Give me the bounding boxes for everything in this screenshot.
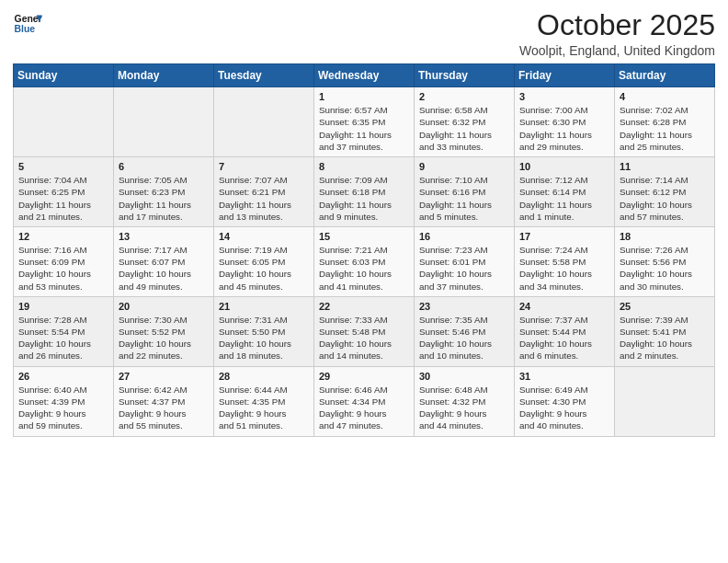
cell-content: Sunrise: 7:05 AM Sunset: 6:23 PM Dayligh… <box>119 174 209 223</box>
calendar-cell: 25Sunrise: 7:39 AM Sunset: 5:41 PM Dayli… <box>615 296 715 366</box>
calendar-header-row: SundayMondayTuesdayWednesdayThursdayFrid… <box>14 64 715 87</box>
calendar-cell: 4Sunrise: 7:02 AM Sunset: 6:28 PM Daylig… <box>615 87 715 157</box>
day-number: 8 <box>319 161 409 172</box>
day-number: 17 <box>519 231 609 242</box>
calendar-cell: 21Sunrise: 7:31 AM Sunset: 5:50 PM Dayli… <box>214 296 314 366</box>
calendar-cell: 3Sunrise: 7:00 AM Sunset: 6:30 PM Daylig… <box>515 87 615 157</box>
calendar-cell: 1Sunrise: 6:57 AM Sunset: 6:35 PM Daylig… <box>314 87 415 157</box>
weekday-header-tuesday: Tuesday <box>214 64 314 87</box>
weekday-header-friday: Friday <box>515 64 615 87</box>
day-number: 29 <box>319 371 409 382</box>
day-number: 16 <box>419 231 509 242</box>
calendar-cell: 17Sunrise: 7:24 AM Sunset: 5:58 PM Dayli… <box>515 226 615 296</box>
day-number: 30 <box>419 371 509 382</box>
cell-content: Sunrise: 7:24 AM Sunset: 5:58 PM Dayligh… <box>519 244 609 293</box>
cell-content: Sunrise: 6:48 AM Sunset: 4:32 PM Dayligh… <box>419 384 509 432</box>
cell-content: Sunrise: 7:10 AM Sunset: 6:16 PM Dayligh… <box>419 174 509 223</box>
day-number: 18 <box>620 231 710 242</box>
day-number: 28 <box>219 371 309 382</box>
cell-content: Sunrise: 7:16 AM Sunset: 6:09 PM Dayligh… <box>18 244 108 293</box>
calendar-cell: 12Sunrise: 7:16 AM Sunset: 6:09 PM Dayli… <box>14 226 114 296</box>
day-number: 9 <box>419 161 509 172</box>
day-number: 1 <box>319 91 409 102</box>
cell-content: Sunrise: 7:30 AM Sunset: 5:52 PM Dayligh… <box>119 314 209 362</box>
day-number: 12 <box>18 231 108 242</box>
calendar-cell: 6Sunrise: 7:05 AM Sunset: 6:23 PM Daylig… <box>114 157 214 227</box>
location: Woolpit, England, United Kingdom <box>519 43 715 58</box>
cell-content: Sunrise: 7:35 AM Sunset: 5:46 PM Dayligh… <box>419 314 509 362</box>
calendar-cell: 7Sunrise: 7:07 AM Sunset: 6:21 PM Daylig… <box>214 157 314 227</box>
day-number: 6 <box>119 161 209 172</box>
cell-content: Sunrise: 7:28 AM Sunset: 5:54 PM Dayligh… <box>18 314 108 362</box>
svg-text:Blue: Blue <box>15 24 36 34</box>
cell-content: Sunrise: 7:14 AM Sunset: 6:12 PM Dayligh… <box>620 174 710 223</box>
month-title: October 2025 <box>519 9 715 41</box>
calendar-table: SundayMondayTuesdayWednesdayThursdayFrid… <box>13 63 715 436</box>
cell-content: Sunrise: 6:49 AM Sunset: 4:30 PM Dayligh… <box>519 384 609 432</box>
calendar-cell: 31Sunrise: 6:49 AM Sunset: 4:30 PM Dayli… <box>515 366 615 436</box>
calendar-cell: 10Sunrise: 7:12 AM Sunset: 6:14 PM Dayli… <box>515 157 615 227</box>
logo-icon: General Blue <box>13 9 42 39</box>
calendar-cell: 24Sunrise: 7:37 AM Sunset: 5:44 PM Dayli… <box>515 296 615 366</box>
cell-content: Sunrise: 6:44 AM Sunset: 4:35 PM Dayligh… <box>219 384 309 432</box>
calendar-cell: 16Sunrise: 7:23 AM Sunset: 6:01 PM Dayli… <box>415 226 515 296</box>
calendar-cell <box>214 87 314 157</box>
calendar-week-2: 5Sunrise: 7:04 AM Sunset: 6:25 PM Daylig… <box>14 157 715 227</box>
day-number: 14 <box>219 231 309 242</box>
calendar-cell: 23Sunrise: 7:35 AM Sunset: 5:46 PM Dayli… <box>415 296 515 366</box>
calendar-cell <box>114 87 214 157</box>
calendar-cell: 20Sunrise: 7:30 AM Sunset: 5:52 PM Dayli… <box>114 296 214 366</box>
day-number: 7 <box>219 161 309 172</box>
weekday-header-monday: Monday <box>114 64 214 87</box>
day-number: 3 <box>519 91 609 102</box>
logo: General Blue <box>13 9 45 39</box>
cell-content: Sunrise: 7:31 AM Sunset: 5:50 PM Dayligh… <box>219 314 309 362</box>
calendar-cell: 27Sunrise: 6:42 AM Sunset: 4:37 PM Dayli… <box>114 366 214 436</box>
cell-content: Sunrise: 7:19 AM Sunset: 6:05 PM Dayligh… <box>219 244 309 293</box>
weekday-header-thursday: Thursday <box>415 64 515 87</box>
day-number: 25 <box>620 301 710 312</box>
cell-content: Sunrise: 6:46 AM Sunset: 4:34 PM Dayligh… <box>319 384 409 432</box>
weekday-header-saturday: Saturday <box>615 64 715 87</box>
weekday-header-wednesday: Wednesday <box>314 64 415 87</box>
day-number: 11 <box>620 161 710 172</box>
day-number: 2 <box>419 91 509 102</box>
calendar-cell: 14Sunrise: 7:19 AM Sunset: 6:05 PM Dayli… <box>214 226 314 296</box>
calendar-cell: 5Sunrise: 7:04 AM Sunset: 6:25 PM Daylig… <box>14 157 114 227</box>
cell-content: Sunrise: 7:23 AM Sunset: 6:01 PM Dayligh… <box>419 244 509 293</box>
cell-content: Sunrise: 7:07 AM Sunset: 6:21 PM Dayligh… <box>219 174 309 223</box>
calendar-cell: 15Sunrise: 7:21 AM Sunset: 6:03 PM Dayli… <box>314 226 415 296</box>
calendar-cell: 19Sunrise: 7:28 AM Sunset: 5:54 PM Dayli… <box>14 296 114 366</box>
calendar-cell: 2Sunrise: 6:58 AM Sunset: 6:32 PM Daylig… <box>415 87 515 157</box>
page: General Blue October 2025 Woolpit, Engla… <box>0 0 728 563</box>
cell-content: Sunrise: 7:21 AM Sunset: 6:03 PM Dayligh… <box>319 244 409 293</box>
calendar-cell: 11Sunrise: 7:14 AM Sunset: 6:12 PM Dayli… <box>615 157 715 227</box>
day-number: 22 <box>319 301 409 312</box>
calendar-cell: 13Sunrise: 7:17 AM Sunset: 6:07 PM Dayli… <box>114 226 214 296</box>
day-number: 19 <box>18 301 108 312</box>
day-number: 24 <box>519 301 609 312</box>
day-number: 31 <box>519 371 609 382</box>
calendar-cell: 26Sunrise: 6:40 AM Sunset: 4:39 PM Dayli… <box>14 366 114 436</box>
cell-content: Sunrise: 7:26 AM Sunset: 5:56 PM Dayligh… <box>620 244 710 293</box>
calendar-week-5: 26Sunrise: 6:40 AM Sunset: 4:39 PM Dayli… <box>14 366 715 436</box>
title-block: October 2025 Woolpit, England, United Ki… <box>519 9 715 58</box>
calendar-cell: 29Sunrise: 6:46 AM Sunset: 4:34 PM Dayli… <box>314 366 415 436</box>
weekday-header-sunday: Sunday <box>14 64 114 87</box>
day-number: 15 <box>319 231 409 242</box>
calendar-cell: 18Sunrise: 7:26 AM Sunset: 5:56 PM Dayli… <box>615 226 715 296</box>
cell-content: Sunrise: 7:09 AM Sunset: 6:18 PM Dayligh… <box>319 174 409 223</box>
calendar-week-4: 19Sunrise: 7:28 AM Sunset: 5:54 PM Dayli… <box>14 296 715 366</box>
calendar-cell <box>615 366 715 436</box>
day-number: 26 <box>18 371 108 382</box>
day-number: 23 <box>419 301 509 312</box>
cell-content: Sunrise: 7:12 AM Sunset: 6:14 PM Dayligh… <box>519 174 609 223</box>
day-number: 5 <box>18 161 108 172</box>
day-number: 27 <box>119 371 209 382</box>
calendar-week-1: 1Sunrise: 6:57 AM Sunset: 6:35 PM Daylig… <box>14 87 715 157</box>
cell-content: Sunrise: 7:37 AM Sunset: 5:44 PM Dayligh… <box>519 314 609 362</box>
header: General Blue October 2025 Woolpit, Engla… <box>13 9 715 58</box>
day-number: 20 <box>119 301 209 312</box>
cell-content: Sunrise: 7:39 AM Sunset: 5:41 PM Dayligh… <box>620 314 710 362</box>
cell-content: Sunrise: 7:00 AM Sunset: 6:30 PM Dayligh… <box>519 104 609 153</box>
